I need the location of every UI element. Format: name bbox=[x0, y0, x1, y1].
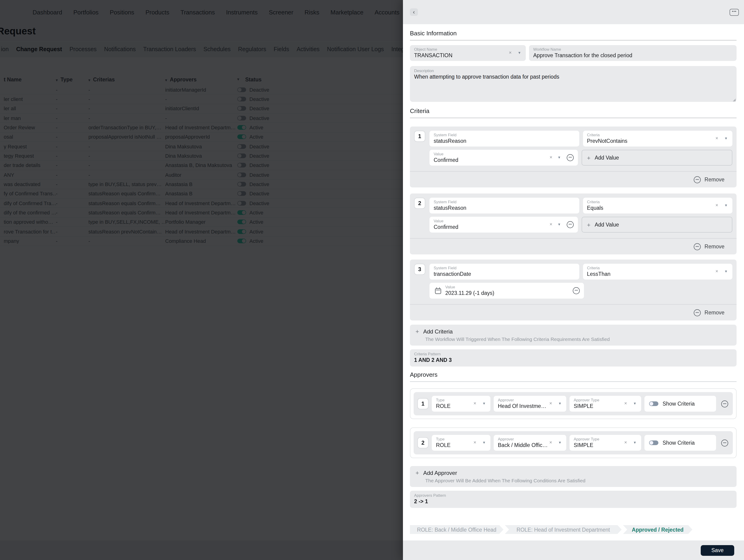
criteria-number-badge: 2 bbox=[414, 198, 425, 209]
value-select[interactable]: Value Confirmed ✕ ▼ bbox=[430, 150, 578, 166]
chevron-down-icon[interactable]: ▼ bbox=[724, 137, 728, 141]
system-field-input[interactable]: System Field statusReason bbox=[430, 131, 579, 147]
clear-icon[interactable]: ✕ bbox=[715, 137, 718, 141]
screenshot: Dashboard Portfolios Positions Products … bbox=[0, 0, 744, 560]
remove-criteria-button[interactable]: Remove bbox=[414, 239, 732, 254]
clear-icon[interactable]: ✕ bbox=[550, 156, 553, 160]
show-criteria-toggle-box: Show Criteria bbox=[644, 435, 716, 451]
show-criteria-toggle[interactable] bbox=[649, 401, 658, 406]
clear-icon[interactable]: ✕ bbox=[624, 402, 627, 406]
criteria-select[interactable]: Criteria LessThan ✕ ▼ bbox=[583, 264, 732, 280]
clear-icon[interactable]: ✕ bbox=[474, 402, 477, 406]
more-options-button[interactable]: ••• bbox=[730, 9, 739, 15]
chevron-left-icon: ‹ bbox=[413, 9, 415, 15]
ellipsis-icon: ••• bbox=[732, 9, 737, 13]
workflow-name-input[interactable]: Workflow Name Approve Transaction for th… bbox=[529, 45, 737, 61]
approval-flow: ROLE: Back / Middle Office Head ROLE: He… bbox=[410, 525, 737, 534]
approver-card-1: 1 Type ROLE ✕ ▼ Approver Head Of Investm… bbox=[410, 388, 737, 419]
divider bbox=[410, 382, 737, 382]
remove-value-icon[interactable] bbox=[566, 221, 573, 228]
approver-select[interactable]: Approver Back / Middle Offic… ✕ ▼ bbox=[494, 435, 566, 451]
chevron-down-icon[interactable]: ▼ bbox=[633, 441, 636, 445]
approver-type-select[interactable]: Type ROLE ✕ ▼ bbox=[432, 396, 490, 412]
system-field-input[interactable]: System Field statusReason bbox=[430, 198, 579, 213]
approver-card-2: 2 Type ROLE ✕ ▼ Approver Back / Middle O… bbox=[410, 428, 737, 458]
criteria-select[interactable]: Criteria PrevNotContains ✕ ▼ bbox=[583, 131, 732, 147]
show-criteria-toggle[interactable] bbox=[649, 440, 658, 445]
chevron-down-icon[interactable]: ▼ bbox=[557, 156, 561, 160]
chevron-down-icon[interactable]: ▼ bbox=[482, 441, 486, 445]
criteria-heading: Criteria bbox=[410, 108, 737, 114]
plus-icon: + bbox=[587, 154, 590, 161]
approver-type-select[interactable]: Type ROLE ✕ ▼ bbox=[432, 435, 490, 451]
chevron-down-icon[interactable]: ▼ bbox=[633, 402, 636, 406]
show-criteria-toggle-box: Show Criteria bbox=[644, 396, 716, 412]
add-criteria-hint: The Workflow Will Triggered When The Fol… bbox=[425, 336, 731, 342]
value-select[interactable]: Value Confirmed ✕ ▼ bbox=[430, 217, 578, 233]
clear-icon[interactable]: ✕ bbox=[509, 51, 512, 55]
clear-icon[interactable]: ✕ bbox=[550, 223, 553, 227]
system-field-input[interactable]: System Field transactionDate bbox=[430, 264, 579, 280]
flow-step-final: Approved / Rejected bbox=[623, 525, 692, 534]
remove-approver-icon[interactable] bbox=[721, 400, 728, 407]
approver-number-badge: 1 bbox=[417, 398, 429, 409]
chevron-down-icon[interactable]: ▼ bbox=[724, 270, 728, 274]
resize-handle-icon[interactable]: ◢ bbox=[733, 98, 736, 102]
criteria-card-2: 2 System Field statusReason Criteria Equ… bbox=[410, 194, 737, 254]
modal-backdrop[interactable] bbox=[0, 0, 403, 560]
criteria-number-badge: 3 bbox=[414, 264, 425, 275]
basic-information-heading: Basic Information bbox=[410, 30, 737, 37]
panel-footer: Save bbox=[403, 541, 744, 560]
remove-criteria-button[interactable]: Remove bbox=[414, 305, 732, 320]
chevron-down-icon[interactable]: ▼ bbox=[558, 441, 562, 445]
remove-approver-icon[interactable] bbox=[721, 439, 728, 446]
criteria-select[interactable]: Criteria Equals ✕ ▼ bbox=[583, 198, 732, 213]
divider bbox=[410, 40, 737, 40]
plus-icon: + bbox=[415, 469, 419, 476]
panel-header: ‹ ••• bbox=[403, 0, 744, 24]
plus-icon: + bbox=[587, 221, 590, 228]
flow-step-1: ROLE: Back / Middle Office Head bbox=[410, 525, 504, 534]
clear-icon[interactable]: ✕ bbox=[549, 441, 552, 445]
approver-mode-select[interactable]: Approver Type SIMPLE ✕ ▼ bbox=[569, 435, 641, 451]
back-button[interactable]: ‹ bbox=[410, 8, 418, 16]
chevron-down-icon[interactable]: ▼ bbox=[557, 223, 561, 227]
object-name-select[interactable]: Object Name TRANSACTION ✕ ▼ bbox=[410, 45, 526, 61]
add-criteria-button[interactable]: +Add Criteria The Workflow Will Triggere… bbox=[410, 325, 737, 346]
description-textarea[interactable]: Description When attempting to approve t… bbox=[410, 66, 737, 102]
minus-circle-icon bbox=[694, 309, 701, 316]
clear-icon[interactable]: ✕ bbox=[474, 441, 477, 445]
clear-icon[interactable]: ✕ bbox=[624, 441, 627, 445]
chevron-down-icon[interactable]: ▼ bbox=[724, 204, 728, 207]
clear-icon[interactable]: ✕ bbox=[715, 270, 718, 274]
approvers-heading: Approvers bbox=[410, 371, 737, 378]
clear-icon[interactable]: ✕ bbox=[715, 204, 718, 207]
add-value-button[interactable]: + Add Value bbox=[582, 217, 732, 233]
remove-value-icon[interactable] bbox=[566, 154, 573, 161]
chevron-down-icon[interactable]: ▼ bbox=[558, 402, 562, 406]
chevron-down-icon[interactable]: ▼ bbox=[482, 402, 486, 406]
add-value-button[interactable]: + Add Value bbox=[582, 150, 732, 166]
flow-step-2: ROLE: Head of Investment Department bbox=[505, 525, 622, 534]
minus-circle-icon bbox=[694, 243, 701, 250]
divider bbox=[410, 118, 737, 118]
remove-value-icon[interactable] bbox=[573, 287, 580, 294]
workflow-edit-panel: ‹ ••• Basic Information Object Name TRAN… bbox=[403, 0, 744, 560]
approver-number-badge: 2 bbox=[417, 437, 429, 448]
approvers-pattern-input[interactable]: Approvers Pattern 2 -> 1 bbox=[410, 491, 737, 508]
date-value-picker[interactable]: Value 2023.11.29 (-1 days) bbox=[430, 283, 584, 298]
remove-criteria-button[interactable]: Remove bbox=[414, 172, 732, 188]
approver-mode-select[interactable]: Approver Type SIMPLE ✕ ▼ bbox=[569, 396, 641, 412]
calendar-icon bbox=[435, 288, 441, 294]
add-approver-button[interactable]: +Add Approver The Approver Will Be Added… bbox=[410, 466, 737, 487]
criteria-pattern-input[interactable]: Criteria Pattern 1 AND 2 AND 3 bbox=[410, 349, 737, 366]
criteria-card-3: 3 System Field transactionDate Criteria … bbox=[410, 259, 737, 320]
plus-icon: + bbox=[415, 328, 419, 335]
save-button[interactable]: Save bbox=[701, 545, 734, 556]
chevron-down-icon[interactable]: ▼ bbox=[518, 51, 521, 55]
approver-select[interactable]: Approver Head Of Investme… ✕ ▼ bbox=[494, 396, 566, 412]
add-approver-hint: The Approver Will Be Added When The Foll… bbox=[425, 478, 731, 483]
clear-icon[interactable]: ✕ bbox=[549, 402, 552, 406]
criteria-card-1: 1 System Field statusReason Criteria Pre… bbox=[410, 126, 737, 188]
minus-circle-icon bbox=[694, 176, 701, 183]
